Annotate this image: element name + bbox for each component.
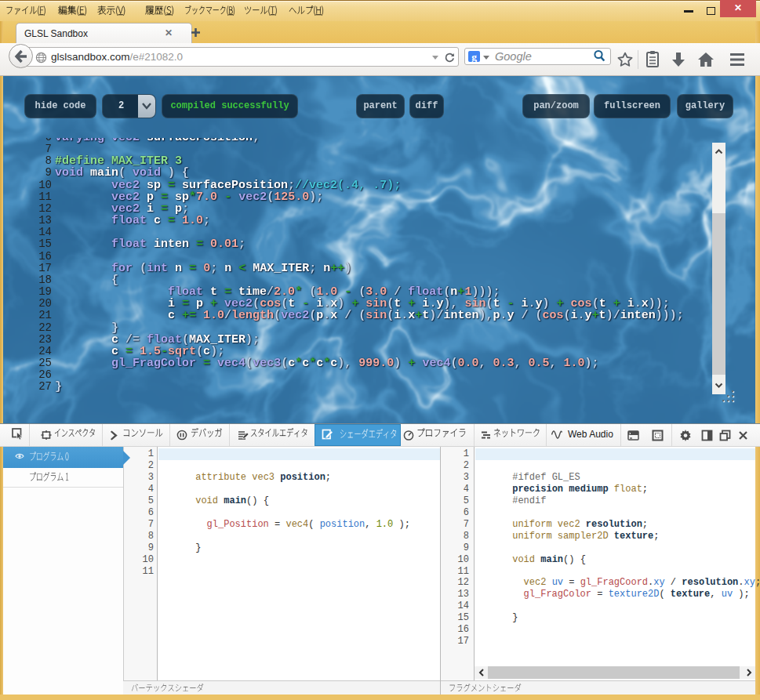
svg-text:g: g: [471, 51, 477, 63]
